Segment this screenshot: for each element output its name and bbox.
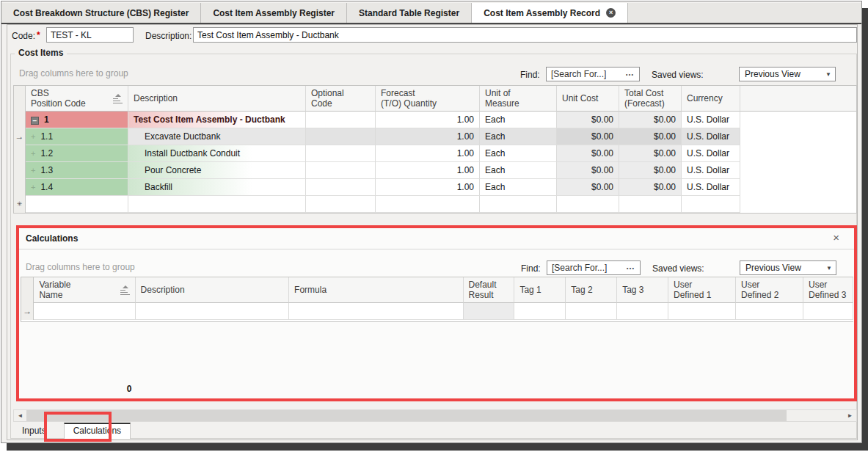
expand-icon[interactable]: + [31, 183, 35, 192]
column-header-description[interactable]: Description [136, 277, 289, 303]
unit-cost-cell[interactable]: $0.00 [557, 128, 619, 145]
sort-ascending-icon[interactable] [120, 285, 130, 294]
column-header-tag-2[interactable]: Tag 2 [566, 277, 617, 303]
tab-cbs-register[interactable]: Cost Breakdown Structure (CBS) Register [1, 3, 201, 23]
quantity-cell[interactable]: 1.00 [376, 145, 480, 162]
optional-code-cell[interactable] [306, 145, 376, 162]
optional-code-cell[interactable] [306, 128, 376, 145]
unit-cost-cell[interactable]: $0.00 [557, 179, 619, 196]
tab-cost-item-assembly-record[interactable]: Cost Item Assembly Record × [472, 3, 628, 23]
description-cell[interactable]: Backfill [128, 179, 306, 196]
new-row[interactable]: ✳ [14, 196, 856, 213]
default-result-cell[interactable] [464, 303, 515, 320]
table-row-1-1-selected[interactable]: → +1.1 Excavate Ductbank 1.00 Each $0.00… [14, 128, 856, 145]
tag-1-cell[interactable] [514, 303, 566, 320]
unit-cost-cell[interactable] [557, 196, 619, 213]
scroll-right-icon[interactable]: ► [844, 410, 856, 421]
total-cost-cell[interactable]: $0.00 [619, 145, 682, 162]
cbs-code-cell[interactable]: +1.3 [26, 162, 128, 179]
description-cell[interactable]: Test Cost Item Assembly - Ductbank [128, 112, 306, 128]
quantity-cell[interactable]: 1.00 [376, 162, 480, 179]
collapse-icon[interactable]: − [31, 117, 39, 125]
scroll-left-icon[interactable]: ◄ [14, 410, 26, 421]
expand-icon[interactable]: + [31, 149, 35, 158]
total-cost-cell[interactable]: $0.00 [619, 179, 682, 196]
expand-icon[interactable]: + [31, 132, 35, 141]
column-header-unit-cost[interactable]: Unit Cost [557, 86, 619, 112]
uom-cell[interactable]: Each [480, 179, 557, 196]
horizontal-scrollbar[interactable]: ◄ ► [13, 409, 857, 422]
currency-cell[interactable]: U.S. Dollar [682, 145, 740, 162]
uom-cell[interactable]: Each [480, 112, 557, 128]
tab-calculations[interactable]: Calculations [64, 423, 131, 439]
close-tab-icon[interactable]: × [606, 8, 616, 18]
cbs-code-cell[interactable]: +1.4 [26, 179, 128, 196]
description-cell[interactable] [136, 303, 289, 320]
column-header-forecast-quantity[interactable]: Forecast(T/O) Quantity [376, 86, 480, 112]
find-input[interactable]: [Search For...] … [547, 260, 641, 275]
total-cost-cell[interactable]: $0.00 [619, 162, 682, 179]
table-row-1[interactable]: −1 Test Cost Item Assembly - Ductbank 1.… [14, 112, 856, 128]
sort-ascending-icon[interactable] [113, 94, 123, 103]
table-row-1-2[interactable]: +1.2 Install Ductbank Conduit 1.00 Each … [14, 145, 856, 162]
column-header-optional-code[interactable]: OptionalCode [306, 86, 376, 112]
description-cell[interactable]: Install Ductbank Conduit [128, 145, 306, 162]
tab-cost-item-assembly-register[interactable]: Cost Item Assembly Register [201, 3, 347, 23]
user-defined-1-cell[interactable] [668, 303, 736, 320]
uom-cell[interactable] [480, 196, 557, 213]
group-by-hint[interactable]: Drag columns here to group [26, 262, 135, 272]
find-input[interactable]: [Search For...] … [546, 67, 640, 81]
description-input[interactable] [193, 27, 857, 43]
tag-2-cell[interactable] [566, 303, 617, 320]
quantity-cell[interactable]: 1.00 [376, 179, 480, 196]
column-header-tag-1[interactable]: Tag 1 [514, 277, 566, 303]
saved-views-dropdown[interactable]: Previous View ▼ [739, 67, 836, 81]
currency-cell[interactable]: U.S. Dollar [682, 128, 740, 145]
group-by-hint[interactable]: Drag columns here to group [19, 68, 128, 79]
column-header-unit-of-measure[interactable]: Unit ofMeasure [480, 86, 557, 112]
column-header-total-cost[interactable]: Total Cost(Forecast) [619, 86, 682, 112]
user-defined-2-cell[interactable] [736, 303, 803, 320]
currency-cell[interactable]: U.S. Dollar [682, 162, 740, 179]
quantity-cell[interactable] [376, 196, 480, 213]
column-header-formula[interactable]: Formula [289, 277, 463, 303]
column-header-tag-3[interactable]: Tag 3 [617, 277, 668, 303]
tab-standard-table-register[interactable]: Standard Table Register [347, 3, 472, 23]
uom-cell[interactable]: Each [480, 128, 557, 145]
close-panel-icon[interactable]: × [833, 231, 839, 244]
table-row-1-4[interactable]: +1.4 Backfill 1.00 Each $0.00 $0.00 U.S.… [14, 179, 856, 196]
expand-icon[interactable]: + [31, 166, 35, 175]
column-header-user-defined-1[interactable]: UserDefined 1 [668, 277, 736, 303]
find-more-icon[interactable]: … [624, 68, 639, 81]
quantity-cell[interactable]: 1.00 [376, 128, 480, 145]
uom-cell[interactable]: Each [480, 162, 557, 179]
column-header-user-defined-2[interactable]: UserDefined 2 [736, 277, 803, 303]
optional-code-cell[interactable] [306, 196, 376, 213]
column-header-user-defined-3[interactable]: UserDefined 3 [803, 277, 853, 303]
description-cell[interactable] [128, 196, 306, 213]
find-more-icon[interactable]: … [624, 261, 640, 274]
currency-cell[interactable] [682, 196, 740, 213]
total-cost-cell[interactable] [619, 196, 682, 213]
total-cost-cell[interactable]: $0.00 [619, 112, 682, 128]
uom-cell[interactable]: Each [480, 145, 557, 162]
currency-cell[interactable]: U.S. Dollar [682, 112, 740, 128]
optional-code-cell[interactable] [306, 179, 376, 196]
column-header-description[interactable]: Description [128, 86, 306, 112]
column-header-variable-name[interactable]: VariableName [34, 277, 135, 303]
optional-code-cell[interactable] [306, 112, 376, 128]
unit-cost-cell[interactable]: $0.00 [557, 112, 619, 128]
column-header-currency[interactable]: Currency [682, 86, 740, 112]
user-defined-3-cell[interactable] [803, 303, 853, 320]
cbs-code-cell[interactable] [26, 196, 128, 213]
code-input[interactable] [46, 27, 134, 43]
unit-cost-cell[interactable]: $0.00 [557, 162, 619, 179]
description-cell[interactable]: Excavate Ductbank [128, 128, 306, 145]
scrollbar-track[interactable] [787, 410, 844, 421]
total-cost-cell[interactable]: $0.00 [619, 128, 682, 145]
scrollbar-thumb[interactable] [26, 410, 787, 421]
new-row[interactable]: → [21, 303, 853, 320]
tag-3-cell[interactable] [617, 303, 668, 320]
unit-cost-cell[interactable]: $0.00 [557, 145, 619, 162]
cbs-code-cell[interactable]: +1.2 [26, 145, 128, 162]
